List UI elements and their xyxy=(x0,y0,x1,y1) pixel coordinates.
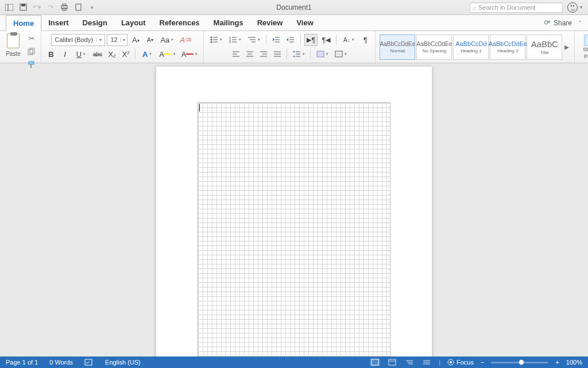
grow-font-icon[interactable]: A▴ xyxy=(129,34,142,46)
feedback-chevron-icon[interactable]: ▾ xyxy=(580,5,582,10)
show-marks-icon[interactable]: ¶ xyxy=(359,34,372,46)
font-color-icon[interactable]: A xyxy=(179,48,200,60)
font-name-combo[interactable]: Calibri (Body)▾ xyxy=(51,34,105,46)
view-print-layout-icon[interactable] xyxy=(370,358,380,366)
tab-layout[interactable]: Layout xyxy=(114,15,153,30)
justify-icon[interactable] xyxy=(271,48,284,60)
collapse-ribbon-icon[interactable]: ⌃ xyxy=(578,20,582,26)
zoom-out-button[interactable]: − xyxy=(481,359,484,366)
text-effects-icon[interactable]: A xyxy=(138,48,156,60)
subscript-button[interactable]: X2 xyxy=(106,48,118,60)
underline-button[interactable]: U xyxy=(72,48,90,60)
svg-marker-36 xyxy=(287,38,288,41)
sort-icon[interactable]: A↓ xyxy=(340,34,357,46)
format-painter-icon[interactable] xyxy=(26,60,36,70)
copy-icon[interactable] xyxy=(26,47,36,56)
italic-button[interactable]: I xyxy=(59,48,71,60)
focus-mode-button[interactable]: Focus xyxy=(447,359,474,366)
document-workspace[interactable] xyxy=(0,63,588,356)
search-placeholder: Search in Document xyxy=(478,4,536,11)
tab-review[interactable]: Review xyxy=(250,15,290,30)
shrink-font-icon[interactable]: A▾ xyxy=(144,34,156,46)
align-left-icon[interactable] xyxy=(230,48,242,60)
multilevel-list-icon[interactable] xyxy=(245,34,262,46)
change-case-icon[interactable]: Aa xyxy=(158,34,176,46)
strikethrough-button[interactable]: abc xyxy=(91,48,105,60)
cut-icon[interactable]: ✂ xyxy=(26,33,36,43)
align-center-icon[interactable] xyxy=(243,48,256,60)
new-doc-icon[interactable] xyxy=(74,3,83,12)
page[interactable] xyxy=(156,67,432,356)
svg-rect-7 xyxy=(76,4,81,10)
gridlines-area[interactable] xyxy=(198,102,390,356)
ribbon-tabs: Home Insert Design Layout References Mai… xyxy=(0,15,588,31)
numbering-icon[interactable]: 123 xyxy=(226,34,243,46)
zoom-thumb[interactable] xyxy=(519,359,524,365)
status-page[interactable]: Page 1 of 1 xyxy=(6,359,38,366)
print-icon[interactable] xyxy=(60,3,69,12)
font-size-combo[interactable]: 12▾ xyxy=(107,34,127,46)
svg-rect-59 xyxy=(372,359,378,365)
zoom-level[interactable]: 100% xyxy=(566,359,582,366)
ltr-icon[interactable]: ▶¶ xyxy=(304,34,318,46)
redo-icon[interactable]: ↷ xyxy=(46,3,55,12)
line-spacing-icon[interactable] xyxy=(290,48,307,60)
style-normal[interactable]: AaBbCcDdEeNormal xyxy=(380,34,415,60)
svg-point-8 xyxy=(544,21,548,24)
svg-rect-0 xyxy=(5,4,13,11)
decrease-indent-icon[interactable] xyxy=(270,34,283,46)
svg-rect-10 xyxy=(28,49,33,55)
ribbon: Paste ✂ Calibri (Body)▾ 12▾ A▴ A▾ Aa A⌫ … xyxy=(0,31,588,63)
paste-button[interactable]: Paste xyxy=(3,33,23,57)
view-outline-icon[interactable] xyxy=(404,358,415,366)
title-bar: ↶▾ ↷ ▾ Document1 ⌕ Search in Document ▾ xyxy=(0,0,588,15)
status-spellcheck-icon[interactable] xyxy=(84,358,94,366)
qat-customize-icon[interactable]: ▾ xyxy=(87,3,96,12)
view-draft-icon[interactable] xyxy=(421,358,432,366)
styles-more-icon[interactable]: ▸ xyxy=(563,34,571,60)
group-font: Calibri (Body)▾ 12▾ A▴ A▾ Aa A⌫ B I U ab… xyxy=(41,31,204,63)
superscript-button[interactable]: X2 xyxy=(119,48,132,60)
zoom-slider[interactable] xyxy=(491,362,548,363)
undo-icon[interactable]: ↶▾ xyxy=(32,3,41,12)
highlight-color-icon[interactable]: A xyxy=(157,48,178,60)
svg-marker-32 xyxy=(273,38,274,41)
feedback-icon[interactable] xyxy=(567,2,578,13)
group-paragraph: 123 ▶¶ ¶◀ A↓ ¶ xyxy=(204,31,376,63)
borders-icon[interactable] xyxy=(332,48,349,60)
share-button[interactable]: Share xyxy=(543,19,572,27)
svg-point-9 xyxy=(548,21,550,23)
search-input[interactable]: ⌕ Search in Document xyxy=(470,2,563,13)
tab-home[interactable]: Home xyxy=(6,15,41,31)
tab-mailings[interactable]: Mailings xyxy=(207,15,250,30)
tab-insert[interactable]: Insert xyxy=(41,15,75,30)
style-title[interactable]: AaBbCTitle xyxy=(527,34,562,60)
svg-point-16 xyxy=(210,39,212,41)
save-icon[interactable] xyxy=(18,3,28,12)
tab-design[interactable]: Design xyxy=(76,15,114,30)
tab-view[interactable]: View xyxy=(289,15,320,30)
status-language[interactable]: English (US) xyxy=(105,359,141,366)
quick-access-toolbar: ↶▾ ↷ ▾ xyxy=(0,3,101,12)
zoom-in-button[interactable]: + xyxy=(555,359,559,366)
sidebar-toggle-icon[interactable] xyxy=(5,3,14,12)
style-no-spacing[interactable]: AaBbCcDdEeNo Spacing xyxy=(416,34,452,60)
rtl-icon[interactable]: ¶◀ xyxy=(319,34,332,46)
shading-icon[interactable] xyxy=(314,48,331,60)
align-right-icon[interactable] xyxy=(257,48,270,60)
style-heading-1[interactable]: AaBbCcDdHeading 1 xyxy=(453,34,489,60)
clear-formatting-icon[interactable]: A⌫ xyxy=(177,34,194,46)
tab-references[interactable]: References xyxy=(153,15,207,30)
group-styles: AaBbCcDdEeNormalAaBbCcDdEeNo SpacingAaBb… xyxy=(376,31,575,63)
styles-pane-button[interactable]: ¶ Styles Pane xyxy=(578,33,588,61)
view-web-layout-icon[interactable] xyxy=(387,358,397,366)
search-icon: ⌕ xyxy=(473,4,477,11)
bold-button[interactable]: B xyxy=(45,48,57,60)
increase-indent-icon[interactable] xyxy=(284,34,297,46)
svg-marker-52 xyxy=(293,51,295,52)
svg-rect-3 xyxy=(21,4,25,6)
style-heading-2[interactable]: AaBbCcDdEeHeading 2 xyxy=(490,34,525,60)
svg-text:3: 3 xyxy=(229,40,231,43)
bullets-icon[interactable] xyxy=(207,34,225,46)
status-words[interactable]: 0 Words xyxy=(49,359,73,366)
